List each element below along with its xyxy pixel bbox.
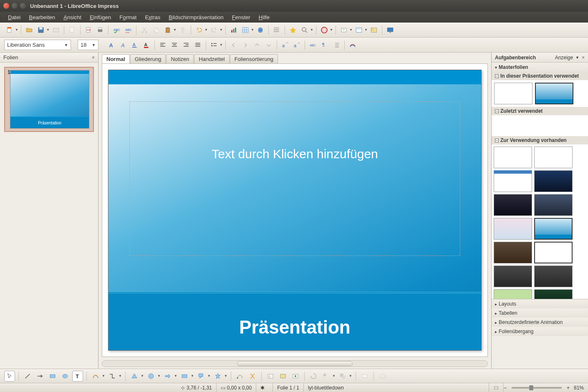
- table-button[interactable]: [240, 25, 251, 35]
- zoom-in-icon[interactable]: +: [567, 385, 570, 391]
- horizontal-scrollbar[interactable]: [102, 360, 488, 367]
- status-zoom-fit[interactable]: [489, 383, 504, 392]
- export-pdf-button[interactable]: PDF: [83, 25, 94, 35]
- subsection-used-in[interactable]: − In dieser Präsentation verwendet: [492, 72, 588, 80]
- line-tool[interactable]: [22, 371, 33, 382]
- save-button[interactable]: [35, 25, 46, 35]
- fontwork-gallery-tool[interactable]: A: [265, 371, 276, 382]
- slide-design-button[interactable]: [368, 25, 379, 35]
- slide-layout-button[interactable]: [353, 25, 364, 35]
- arrange-tool[interactable]: [337, 371, 348, 382]
- extrusion-tool[interactable]: [377, 371, 388, 382]
- collapse-icon[interactable]: −: [495, 74, 499, 78]
- menu-view[interactable]: Ansicht: [60, 13, 85, 22]
- undo-button[interactable]: [194, 25, 204, 35]
- subsection-recent[interactable]: − Zuletzt verwendet: [492, 107, 588, 115]
- tab-notes[interactable]: Notizen: [166, 54, 194, 63]
- zoom-handle[interactable]: [529, 385, 533, 390]
- section-transition[interactable]: ▸ Folienübergang: [492, 327, 588, 336]
- glue-points-tool[interactable]: [247, 371, 258, 382]
- master-thumb[interactable]: [534, 170, 573, 192]
- slide-canvas-area[interactable]: Text durch Klicken hinzufügen Präsentati…: [102, 63, 488, 357]
- menu-help[interactable]: Hilfe: [255, 13, 273, 22]
- stars-tool[interactable]: [212, 371, 223, 382]
- align-left-button[interactable]: [157, 40, 168, 51]
- master-thumb[interactable]: [534, 289, 573, 299]
- paste-dropdown[interactable]: ▼: [173, 28, 177, 32]
- symbol-shapes-dropdown[interactable]: ▼: [157, 374, 161, 378]
- hyperlink-button[interactable]: [255, 25, 266, 35]
- help-button[interactable]: [319, 25, 330, 35]
- gallery-dropdown[interactable]: ▼: [349, 28, 353, 32]
- edit-file-button[interactable]: [67, 25, 78, 35]
- align-center-button[interactable]: [169, 40, 180, 51]
- stars-dropdown[interactable]: ▼: [224, 374, 227, 378]
- menu-slideshow[interactable]: Bildschirmpräsentation: [165, 13, 227, 22]
- align-justify-button[interactable]: [192, 40, 203, 51]
- window-close-button[interactable]: [3, 3, 9, 9]
- paragraph-button[interactable]: ¶: [319, 40, 330, 51]
- section-tables[interactable]: ▸ Tabellen: [492, 309, 588, 318]
- master-thumb-default[interactable]: [494, 83, 532, 104]
- master-thumb[interactable]: [494, 242, 532, 263]
- curve-dropdown[interactable]: ▼: [102, 374, 105, 378]
- select-tool[interactable]: [4, 371, 15, 382]
- redo-dropdown[interactable]: ▼: [220, 28, 223, 32]
- slide-thumbnail-1[interactable]: 1 Präsentation: [4, 67, 94, 132]
- basic-shapes-dropdown[interactable]: ▼: [141, 374, 144, 378]
- move-up-button[interactable]: [252, 40, 262, 51]
- hscroll-thumb[interactable]: [237, 361, 353, 366]
- master-thumb[interactable]: [494, 147, 532, 168]
- section-custom-animation[interactable]: ▸ Benutzerdefinierte Animation: [492, 318, 588, 327]
- block-arrows-tool[interactable]: [162, 371, 173, 382]
- collapse-icon[interactable]: −: [495, 139, 499, 142]
- text-tool[interactable]: T: [72, 371, 83, 382]
- status-zoom-value[interactable]: 81%: [570, 383, 588, 392]
- font-name-combo[interactable]: Liberation Sans ▼: [4, 40, 71, 50]
- connector-tool[interactable]: [107, 371, 118, 382]
- slides-panel-close[interactable]: ×: [92, 55, 95, 61]
- content-placeholder[interactable]: Text durch Klicken hinzufügen: [129, 101, 460, 256]
- copy-button[interactable]: [151, 25, 162, 35]
- new-doc-dropdown[interactable]: ▼: [15, 28, 18, 32]
- auto-spellcheck-button[interactable]: ABC: [123, 25, 134, 35]
- master-thumb[interactable]: [494, 266, 532, 287]
- points-edit-tool[interactable]: [235, 371, 245, 382]
- master-thumb[interactable]: [534, 266, 573, 287]
- move-down-button[interactable]: [263, 40, 274, 51]
- undo-dropdown[interactable]: ▼: [204, 28, 208, 32]
- window-maximize-button[interactable]: [20, 3, 26, 9]
- arrange-dropdown[interactable]: ▼: [349, 374, 352, 378]
- from-file-tool[interactable]: [278, 371, 288, 382]
- flowchart-tool[interactable]: [179, 371, 190, 382]
- task-pane-close[interactable]: ×: [582, 55, 585, 61]
- master-thumb[interactable]: [494, 218, 532, 240]
- menu-insert[interactable]: Einfügen: [86, 13, 115, 22]
- underline-button[interactable]: A: [129, 40, 140, 51]
- font-color-button[interactable]: A: [141, 40, 152, 51]
- email-button[interactable]: [50, 25, 61, 35]
- arrow-tool[interactable]: [35, 371, 45, 382]
- block-arrows-dropdown[interactable]: ▼: [174, 374, 177, 378]
- navigator-button[interactable]: [288, 25, 298, 35]
- tab-sorter[interactable]: Foliensortierung: [230, 54, 278, 63]
- slide-thumbnails-area[interactable]: 1 Präsentation: [0, 63, 98, 369]
- help-dropdown[interactable]: ▼: [330, 28, 333, 32]
- master-thumb-current[interactable]: [534, 218, 573, 240]
- print-button[interactable]: [95, 25, 106, 35]
- menu-window[interactable]: Fenster: [228, 13, 254, 22]
- basic-shapes-tool[interactable]: [129, 371, 140, 382]
- promote-button[interactable]: [228, 40, 239, 51]
- open-button[interactable]: [24, 25, 35, 35]
- paste-button[interactable]: [162, 25, 173, 35]
- tab-outline[interactable]: Gliederung: [130, 54, 166, 63]
- subsection-available[interactable]: − Zur Verwendung vorhanden: [492, 136, 588, 144]
- callouts-tool[interactable]: [196, 371, 207, 382]
- gallery-button[interactable]: [338, 25, 349, 35]
- redo-button[interactable]: [209, 25, 220, 35]
- zoom-slider[interactable]: − +: [504, 383, 570, 392]
- task-pane-view-menu[interactable]: Anzeige: [555, 55, 573, 61]
- tab-handout[interactable]: Handzettel: [194, 54, 229, 63]
- align-tool[interactable]: [320, 371, 331, 382]
- font-size-combo[interactable]: 18 ▼: [78, 40, 98, 50]
